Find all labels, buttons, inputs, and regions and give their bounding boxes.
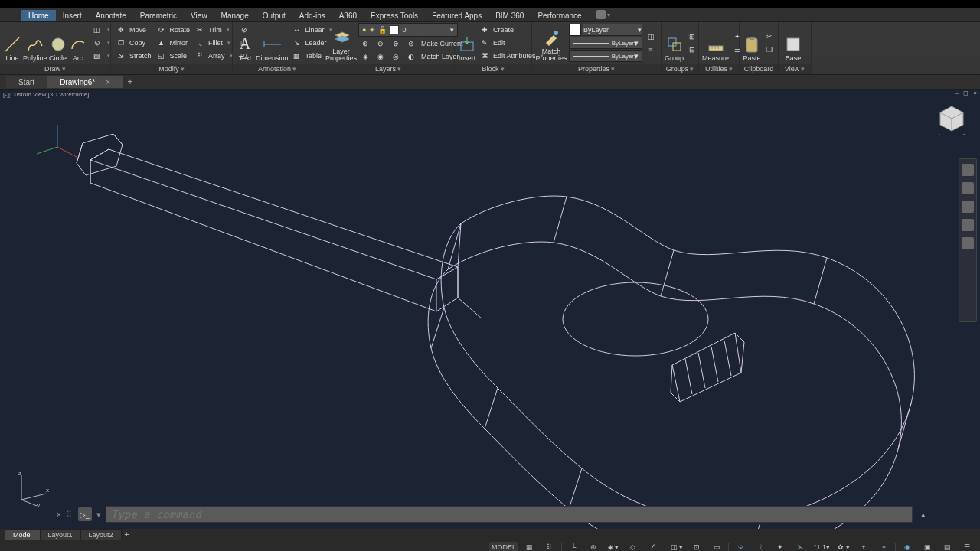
ribbon-search-icon[interactable]	[596, 10, 606, 19]
panel-block-title[interactable]: Block▾	[455, 64, 531, 74]
file-tab-drawing6[interactable]: Drawing6*×	[47, 76, 123, 88]
status-anno-scale[interactable]: ⟟ 1:1 ▾	[812, 542, 832, 551]
command-close-button[interactable]: ×	[57, 510, 61, 519]
status-gizmo-icon[interactable]: ✦	[772, 542, 789, 551]
status-model[interactable]: MODEL	[489, 542, 518, 551]
status-cursor-icon[interactable]: ⌖	[875, 542, 892, 551]
match-properties-button[interactable]: MatchProperties	[535, 24, 567, 63]
group-button[interactable]: Group	[665, 24, 684, 63]
layout-tab-layout1[interactable]: Layout1	[40, 529, 81, 540]
status-dyn-icon[interactable]: ▭	[708, 542, 725, 551]
status-qp-icon[interactable]: ꩜	[732, 542, 749, 551]
insert-button[interactable]: Insert	[458, 24, 476, 63]
panel-modify-title[interactable]: Modify▾	[111, 64, 232, 74]
draw-flyout-1[interactable]: ◫▾	[90, 24, 112, 36]
status-hw-icon[interactable]: ◉	[899, 542, 916, 551]
layout-tab-model[interactable]: Model	[5, 529, 41, 540]
status-otrack-icon[interactable]: ◫ ▾	[668, 542, 686, 551]
ribbon-tab-view[interactable]: View	[184, 10, 214, 21]
rotate-button[interactable]: ⟳Rotate	[155, 24, 192, 36]
draw-flyout-3[interactable]: ▨▾	[90, 50, 112, 62]
status-osnap-icon[interactable]: ◇	[625, 542, 642, 551]
command-prompt-icon[interactable]: ▷_	[78, 507, 92, 521]
command-grip-icon[interactable]: ⠿	[66, 510, 74, 520]
status-person-icon[interactable]: ⋋	[792, 542, 808, 551]
line-button[interactable]: Line	[3, 24, 21, 63]
circle-button[interactable]: Circle	[49, 24, 67, 63]
fillet-button[interactable]: ◟Fillet▾	[193, 37, 234, 49]
status-lwt-icon[interactable]: ⊡	[688, 542, 705, 551]
ribbon-tab-output[interactable]: Output	[256, 10, 292, 21]
ribbon-tab-express[interactable]: Express Tools	[364, 10, 425, 21]
panel-groups-title[interactable]: Groups▾	[662, 64, 698, 74]
mirror-button[interactable]: ▲Mirror	[155, 37, 192, 49]
status-grid-icon[interactable]: ▦	[521, 542, 538, 551]
ribbon-tab-performance[interactable]: Performance	[531, 10, 588, 21]
command-input[interactable]	[106, 506, 913, 523]
draw-flyout-2[interactable]: ⊙▾	[90, 37, 112, 49]
status-plus-icon[interactable]: +	[855, 542, 872, 551]
layer-selector[interactable]: ● ☀ 🔓 0 ▾	[358, 23, 458, 37]
status-custom-icon[interactable]: ☰	[959, 542, 975, 551]
layer-tool-3[interactable]: ⊗	[389, 37, 403, 50]
viewport[interactable]: [-][Custom View][3D Wireframe] – ◻ ×	[0, 90, 980, 529]
status-iso-icon[interactable]: ◈ ▾	[605, 542, 622, 551]
zoom-icon[interactable]	[962, 201, 974, 213]
status-clean-icon[interactable]: ▤	[939, 542, 956, 551]
measure-button[interactable]: Measure	[702, 24, 729, 63]
prop-tool-1[interactable]: ◫	[644, 31, 658, 43]
arc-button[interactable]: Arc	[69, 24, 87, 63]
trim-button[interactable]: ✂Trim▾	[193, 24, 234, 36]
showmotion-icon[interactable]	[962, 237, 974, 249]
status-gear-icon[interactable]: ✿ ▾	[835, 542, 852, 551]
layer-properties-button[interactable]: LayerProperties	[325, 24, 357, 63]
file-tab-start[interactable]: Start	[6, 76, 47, 88]
ribbon-tab-bim360[interactable]: BIM 360	[488, 10, 531, 21]
add-layout-button[interactable]: +	[121, 530, 133, 539]
color-swatch[interactable]	[569, 24, 581, 36]
ribbon-tab-a360[interactable]: A360	[332, 10, 364, 21]
scale-button[interactable]: ◱Scale	[155, 50, 192, 62]
panel-properties-title[interactable]: Properties▾	[532, 64, 661, 74]
layer-tool-7[interactable]: ◎	[389, 51, 403, 63]
color-selector[interactable]: ByLayer▾	[583, 24, 642, 36]
ribbon-tab-manage[interactable]: Manage	[214, 10, 256, 21]
command-history-button[interactable]: ▴	[917, 510, 929, 520]
base-button[interactable]: Base	[782, 24, 805, 63]
dimension-button[interactable]: Dimension	[256, 24, 289, 63]
viewport-label[interactable]: [-][Custom View][3D Wireframe]	[3, 91, 89, 98]
ribbon-tab-insert[interactable]: Insert	[56, 10, 89, 21]
layer-tool-6[interactable]: ◉	[374, 51, 387, 63]
text-button[interactable]: A Text	[236, 24, 254, 63]
pan-icon[interactable]	[962, 182, 974, 194]
status-sc-icon[interactable]: ᚱ	[752, 542, 769, 551]
status-polar-icon[interactable]: ⊚	[585, 542, 602, 551]
group-tool-2[interactable]: ⊟	[685, 44, 699, 56]
ribbon-tab-addins[interactable]: Add-ins	[292, 10, 332, 21]
status-iso-view-icon[interactable]: ▣	[919, 542, 936, 551]
linetype-selector[interactable]: ByLayer▾	[569, 50, 642, 62]
status-ortho-icon[interactable]: └	[565, 542, 582, 551]
steering-wheel-icon[interactable]	[962, 164, 974, 176]
prop-tool-2[interactable]: ≡	[644, 44, 658, 56]
viewport-window-controls[interactable]: – ◻ ×	[955, 90, 978, 96]
copy-button[interactable]: ❐Copy	[114, 37, 153, 49]
layer-tool-5[interactable]: ◈	[358, 51, 372, 63]
ribbon-search-dd[interactable]: ▾	[607, 11, 610, 18]
ribbon-tab-parametric[interactable]: Parametric	[133, 10, 184, 21]
paste-button[interactable]: Paste	[743, 24, 761, 63]
array-button[interactable]: ⠿Array▾	[193, 50, 234, 62]
group-tool-1[interactable]: ⊞	[685, 31, 699, 43]
status-snap-icon[interactable]: ⠿	[541, 542, 558, 551]
layer-tool-2[interactable]: ⊖	[374, 37, 387, 50]
layer-tool-1[interactable]: ⊕	[358, 37, 372, 50]
close-icon[interactable]: ×	[106, 78, 110, 86]
layer-tool-4[interactable]: ⊘	[404, 37, 418, 50]
stretch-button[interactable]: ⇲Stretch	[114, 50, 153, 62]
new-tab-button[interactable]: +	[123, 76, 137, 88]
orbit-icon[interactable]	[962, 219, 974, 231]
polyline-button[interactable]: Polyline	[23, 24, 47, 63]
panel-view-title[interactable]: View▾	[779, 64, 811, 74]
panel-annotation-title[interactable]: Annotation▾	[233, 64, 322, 74]
panel-utilities-title[interactable]: Utilities▾	[699, 64, 739, 74]
